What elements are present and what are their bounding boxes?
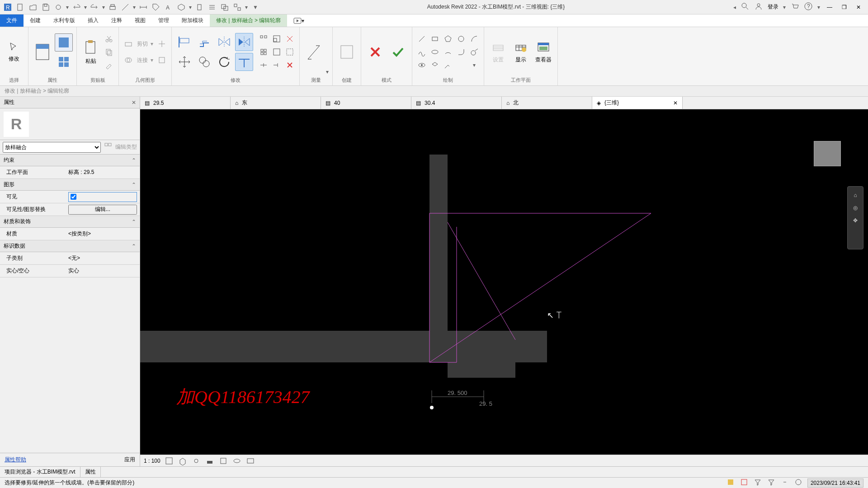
cart-icon[interactable] — [790, 2, 799, 12]
join-geom-button[interactable] — [123, 54, 134, 66]
close-panel-button[interactable]: ✕ — [132, 99, 136, 106]
chevron-down-icon[interactable]: ▾ — [783, 4, 786, 10]
chevron-down-icon[interactable]: ▾ — [245, 4, 248, 10]
extend-button[interactable] — [271, 59, 283, 71]
chevron-down-icon[interactable]: ▾ — [66, 4, 69, 10]
family-prop-button[interactable] — [55, 53, 73, 71]
search-icon[interactable] — [741, 2, 750, 12]
measure-button[interactable] — [303, 36, 324, 68]
offset-button[interactable] — [195, 33, 213, 51]
arc3p-tool[interactable] — [442, 46, 454, 58]
cut-geom-button[interactable] — [123, 38, 134, 50]
view-tab[interactable]: ⌂北 — [502, 97, 592, 109]
trim-button[interactable] — [235, 33, 253, 51]
copy-button[interactable] — [103, 46, 115, 58]
warn1-icon[interactable] — [726, 478, 735, 488]
chevron-down-icon[interactable]: ▾ — [817, 4, 820, 10]
ellipse-tool[interactable] — [429, 46, 441, 58]
switch-windows-icon[interactable] — [232, 2, 242, 12]
revit-logo-icon[interactable]: R — [3, 2, 13, 12]
arc-tool[interactable] — [468, 33, 480, 45]
dropdown-icon[interactable]: ▼ — [250, 2, 260, 12]
tangent-tool[interactable] — [468, 46, 480, 58]
finish-mode-button[interactable] — [387, 36, 408, 68]
tab-insert[interactable]: 插入 — [81, 14, 105, 27]
circle-tool[interactable] — [455, 33, 467, 45]
filter1-icon[interactable] — [753, 478, 762, 488]
settings-button[interactable]: 设置 — [488, 36, 509, 68]
rotate-button[interactable] — [215, 53, 233, 71]
undo-icon[interactable] — [71, 2, 81, 12]
matchprops-button[interactable] — [103, 59, 115, 71]
align-button[interactable] — [175, 33, 193, 51]
collapse-icon[interactable]: ⌃ — [132, 157, 136, 164]
collapse-icon[interactable]: ⌃ — [132, 182, 136, 188]
prop-value[interactable]: 实心 — [66, 267, 140, 275]
nav-wheel-icon[interactable]: ◎ — [853, 205, 858, 211]
scale-display[interactable]: 1 : 100 — [144, 458, 160, 464]
copy-tool-button[interactable] — [195, 53, 213, 71]
fillet-tool[interactable] — [455, 46, 467, 58]
reveal-button[interactable] — [245, 456, 255, 465]
prop-value[interactable]: <按类别> — [66, 230, 140, 238]
split-button[interactable] — [156, 38, 168, 50]
visual-style-button[interactable] — [178, 456, 188, 465]
array-button[interactable] — [258, 33, 269, 45]
category-graphics[interactable]: 图形⌃ — [0, 179, 140, 191]
edit-type-icon[interactable] — [104, 142, 113, 152]
select-tool[interactable]: 修改 — [4, 36, 24, 68]
paste-button[interactable]: 粘贴 — [80, 36, 101, 68]
tab-addins[interactable]: 附加模块 — [175, 14, 210, 27]
chevron-down-icon[interactable]: ▾ — [326, 69, 329, 75]
warn2-icon[interactable] — [740, 478, 749, 488]
tab-manage[interactable]: 管理 — [152, 14, 175, 27]
wall-button[interactable] — [156, 54, 168, 66]
close-tab-button[interactable]: ✕ — [673, 100, 678, 106]
edit-type-button[interactable]: 编辑类型 — [115, 143, 137, 151]
cut-button[interactable] — [103, 33, 115, 45]
save-icon[interactable] — [41, 2, 51, 12]
mirror-button[interactable] — [215, 33, 233, 51]
properties-tab[interactable]: 属性 — [80, 467, 101, 477]
maximize-button[interactable]: ❐ — [839, 2, 849, 12]
viewer-button[interactable]: 查看器 — [533, 36, 554, 68]
delete-button[interactable] — [284, 59, 296, 71]
chevron-down-icon[interactable]: ▾ — [102, 4, 105, 10]
view-tab[interactable]: ▤29.5 — [140, 97, 231, 109]
filter2-icon[interactable] — [767, 478, 776, 488]
open-icon[interactable] — [28, 2, 38, 12]
pick-wall-tool[interactable] — [442, 59, 454, 71]
3d-canvas[interactable]: 29. 500 29. 5 加QQ1186173427 ↖ ⟙ ⌂ ◎ ✥ — [140, 109, 868, 455]
view-tab[interactable]: ⌂东 — [231, 97, 321, 109]
apply-button[interactable]: 应用 — [124, 456, 135, 464]
text-icon[interactable]: A — [164, 2, 174, 12]
measure-icon[interactable] — [120, 2, 130, 12]
tab-play[interactable]: ▾ — [287, 14, 311, 27]
tag-icon[interactable] — [151, 2, 161, 12]
category-material[interactable]: 材质和装饰⌃ — [0, 216, 140, 228]
dimension-icon[interactable] — [138, 2, 148, 12]
detail-level-button[interactable] — [164, 456, 174, 465]
tab-create[interactable]: 创建 — [24, 14, 47, 27]
tab-view[interactable]: 视图 — [128, 14, 152, 27]
cancel-mode-button[interactable] — [365, 36, 386, 68]
family-type-select[interactable]: 放样融合 — [3, 142, 101, 153]
view-cube[interactable] — [814, 141, 841, 166]
group-button[interactable] — [271, 46, 283, 58]
chevron-down-icon[interactable]: ▾ — [133, 4, 136, 10]
type-prop-button[interactable] — [55, 33, 73, 52]
crop-button[interactable] — [218, 456, 228, 465]
view-tab[interactable]: ▤40 — [321, 97, 411, 109]
line-tool[interactable] — [416, 33, 428, 45]
minimize-button[interactable]: — — [825, 2, 835, 12]
help-icon[interactable]: ? — [804, 2, 813, 12]
prop-value[interactable]: <无> — [66, 254, 140, 262]
chevron-down-icon[interactable]: ▾ — [84, 4, 87, 10]
tab-modify[interactable]: 修改 | 放样融合 > 编辑轮廓 — [210, 14, 287, 27]
section-icon[interactable] — [194, 2, 204, 12]
nav-bar[interactable]: ⌂ ◎ ✥ — [847, 186, 863, 249]
category-constraint[interactable]: 约束⌃ — [0, 155, 140, 166]
view-tab[interactable]: ▤30.4 — [411, 97, 502, 109]
sync-icon[interactable] — [53, 2, 63, 12]
tab-file[interactable]: 文件 — [0, 14, 24, 27]
